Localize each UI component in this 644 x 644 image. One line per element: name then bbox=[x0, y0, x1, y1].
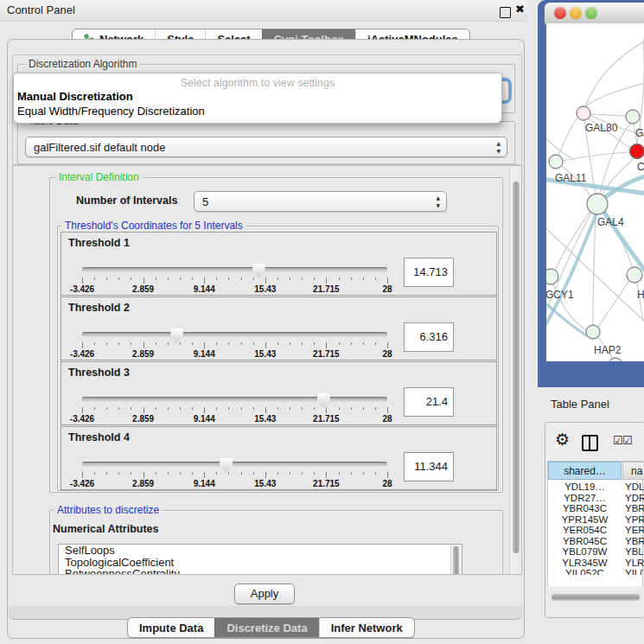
scale-label: 21.715 bbox=[313, 479, 340, 488]
checkbox-icon[interactable]: ☑ bbox=[613, 434, 623, 448]
zoom-traffic-light[interactable] bbox=[585, 7, 597, 19]
threshold-1-value-field[interactable]: 14.713 bbox=[404, 258, 454, 287]
cell: YDR2 bbox=[625, 493, 644, 504]
threshold-4-slider[interactable]: -3.426 2.859 9.144 15.43 21.715 28 bbox=[82, 458, 387, 486]
threshold-2-value-field[interactable]: 6.316 bbox=[404, 322, 454, 352]
split-view-icon[interactable] bbox=[582, 435, 598, 451]
interval-definition-group: Interval Definition Number of Intervals … bbox=[49, 177, 503, 493]
spinner-arrows-icon: ▲▼ bbox=[436, 194, 440, 209]
list-item[interactable]: SelfLoops bbox=[59, 545, 462, 557]
table-row[interactable]: YIL052CYIL0 bbox=[548, 568, 643, 575]
slider-track[interactable] bbox=[82, 462, 387, 467]
node-gal11[interactable] bbox=[549, 155, 563, 169]
attributes-list[interactable]: SelfLoops TopologicalCoefficient Between… bbox=[58, 544, 462, 575]
table-row[interactable]: YER054CYER0 bbox=[548, 525, 643, 536]
slider-track[interactable] bbox=[82, 397, 387, 402]
node-label-ga: GA bbox=[635, 127, 644, 139]
node-hap2[interactable] bbox=[586, 325, 600, 339]
threshold-2-row: Threshold 2 -3.426 2.859 9.144 15.43 21.… bbox=[61, 296, 497, 360]
scrollbar-thumb[interactable] bbox=[552, 594, 640, 601]
scale-label: 2.859 bbox=[132, 349, 154, 359]
table-row[interactable]: YBR043CYBR0 bbox=[548, 503, 643, 514]
scale-label: 9.144 bbox=[194, 414, 215, 424]
threshold-1-slider[interactable]: -3.426 2.859 9.144 15.43 21.715 28 bbox=[82, 264, 387, 291]
close-traffic-light[interactable] bbox=[554, 7, 566, 19]
cell: YBR0 bbox=[625, 503, 644, 514]
network-graph: GAL80 GA C GAL11 GAL4 GCY1 H HAP2 bbox=[546, 23, 644, 361]
scale-label: 9.144 bbox=[194, 479, 215, 488]
number-of-intervals-spinner[interactable]: 5 ▲▼ bbox=[194, 191, 447, 212]
apply-button[interactable]: Apply bbox=[234, 583, 295, 604]
column-header-shared-name[interactable]: shared… bbox=[548, 462, 622, 480]
node-gal4[interactable] bbox=[587, 194, 608, 214]
slider-ticks bbox=[82, 342, 387, 348]
node-label-gal11: GAL11 bbox=[555, 172, 587, 184]
list-item[interactable]: BetweennessCentrality bbox=[59, 568, 462, 575]
cell: YLR345W bbox=[548, 558, 622, 569]
cell: YPR145W bbox=[548, 514, 622, 526]
tab-label: Infer Network bbox=[331, 622, 403, 634]
table-horizontal-scrollbar[interactable] bbox=[547, 591, 643, 603]
list-item[interactable]: TopologicalCoefficient bbox=[59, 557, 462, 569]
scale-label: 28 bbox=[382, 479, 392, 488]
node-label-hap2: HAP2 bbox=[594, 344, 622, 356]
threshold-4-value-field[interactable]: 11.344 bbox=[404, 452, 454, 481]
threshold-label: Threshold 4 bbox=[68, 431, 130, 443]
threshold-label: Threshold 3 bbox=[68, 367, 130, 379]
network-view-window: GAL80 GA C GAL11 GAL4 GCY1 H HAP2 bbox=[538, 0, 644, 387]
control-panel: Control Panel ✖ Network Style Select Cyn… bbox=[0, 0, 527, 644]
slider-track[interactable] bbox=[82, 267, 387, 272]
threshold-3-value-field[interactable]: 21.4 bbox=[404, 387, 454, 417]
node-gcy1[interactable] bbox=[546, 269, 558, 284]
scale-label: -3.426 bbox=[70, 479, 94, 488]
table-row[interactable]: YDR27…YDR2 bbox=[548, 493, 643, 504]
tab-discretize-data[interactable]: Discretize Data bbox=[214, 618, 318, 637]
network-window-titlebar bbox=[545, 3, 644, 24]
threshold-3-slider[interactable]: -3.426 2.859 9.144 15.43 21.715 28 bbox=[82, 393, 387, 421]
threshold-label: Threshold 2 bbox=[68, 302, 130, 314]
combo-value: galFiltered.sif default node bbox=[34, 141, 165, 154]
table-row[interactable]: YBR045CYBR0 bbox=[548, 536, 643, 547]
node-gal80[interactable] bbox=[577, 106, 590, 120]
column-header-name[interactable]: na bbox=[622, 462, 644, 480]
node-partial[interactable] bbox=[609, 358, 622, 361]
threshold-label: Threshold 1 bbox=[68, 237, 130, 249]
group-title: Discretization Algorithm bbox=[25, 58, 140, 70]
scale-label: 15.43 bbox=[254, 349, 276, 359]
scale-label: -3.426 bbox=[70, 284, 94, 294]
table-row[interactable]: YBL079WYBL0 bbox=[548, 546, 643, 558]
table-data-combo[interactable]: galFiltered.sif default node ▲▼ bbox=[25, 137, 507, 157]
dropdown-option-manual-discretization[interactable]: Manual Discretization bbox=[14, 89, 501, 104]
float-window-icon[interactable] bbox=[500, 7, 511, 18]
node-red[interactable] bbox=[630, 144, 644, 159]
list-scrollbar[interactable] bbox=[450, 545, 462, 575]
tab-impute-data[interactable]: Impute Data bbox=[128, 618, 214, 637]
scrollbar-thumb[interactable] bbox=[513, 182, 520, 553]
slider-track[interactable] bbox=[82, 332, 387, 337]
dropdown-option-equal-width-frequency[interactable]: Equal Width/Frequency Discretization bbox=[14, 104, 501, 118]
algorithm-dropdown-popup: Select algorithm to view settings Manual… bbox=[13, 73, 502, 124]
close-icon[interactable]: ✖ bbox=[515, 3, 525, 12]
node-label-c: C bbox=[637, 161, 644, 173]
gear-icon[interactable]: ⚙ bbox=[555, 430, 570, 449]
table-row[interactable]: YDL19…YDL1 bbox=[548, 481, 643, 493]
group-title: Interval Definition bbox=[55, 171, 143, 183]
slider-handle[interactable] bbox=[220, 458, 233, 473]
slider-handle[interactable] bbox=[170, 328, 183, 343]
network-canvas[interactable]: GAL80 GA C GAL11 GAL4 GCY1 H HAP2 bbox=[546, 23, 644, 361]
checkbox-icon[interactable]: ☑ bbox=[622, 434, 633, 448]
table-row[interactable]: YPR145WYPR1 bbox=[548, 514, 643, 526]
threshold-2-slider[interactable]: -3.426 2.859 9.144 15.43 21.715 28 bbox=[82, 328, 387, 356]
attributes-group: Attributes to discretize Numerical Attri… bbox=[49, 510, 503, 575]
cell: YIL0 bbox=[625, 568, 643, 575]
pane-scrollbar[interactable] bbox=[509, 166, 522, 574]
tab-infer-network[interactable]: Infer Network bbox=[319, 618, 414, 637]
node-ga[interactable] bbox=[626, 110, 640, 124]
node-h[interactable] bbox=[627, 267, 642, 283]
minimize-traffic-light[interactable] bbox=[570, 7, 582, 19]
tab-label: Discretize Data bbox=[226, 622, 307, 634]
slider-handle[interactable] bbox=[317, 393, 330, 408]
scrollbar-thumb[interactable] bbox=[453, 546, 459, 575]
table-row[interactable]: YLR345WYLR3 bbox=[548, 558, 643, 569]
slider-handle[interactable] bbox=[252, 264, 265, 278]
